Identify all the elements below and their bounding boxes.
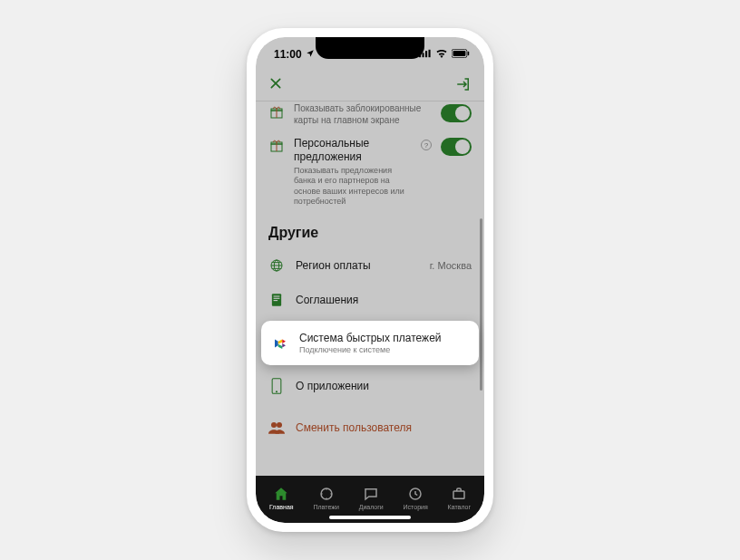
svg-rect-5 [453, 51, 466, 56]
row-switch-user-title: Сменить пользователя [296, 421, 472, 434]
notch [316, 37, 424, 59]
document-icon [268, 292, 285, 308]
phone-mockup: 11:00 [247, 28, 493, 532]
svg-rect-2 [425, 51, 427, 57]
svg-point-18 [276, 391, 278, 392]
svg-point-19 [271, 422, 277, 428]
setting-blocked-cards-title: Показывать заблокированные карты на глав… [294, 103, 432, 126]
row-switch-user[interactable]: Сменить пользователя [256, 410, 484, 445]
home-icon [273, 486, 289, 502]
gift-icon [268, 104, 285, 121]
users-icon [268, 420, 285, 436]
sbp-icon [272, 335, 288, 352]
svg-rect-14 [274, 295, 280, 296]
row-agreements-title: Соглашения [296, 294, 472, 306]
row-about-title: О приложении [296, 380, 472, 392]
svg-rect-16 [274, 300, 278, 301]
tab-catalog[interactable]: Каталог [448, 486, 471, 510]
row-region-value: г. Москва [430, 260, 472, 271]
svg-rect-3 [429, 50, 431, 57]
screen: 11:00 [256, 37, 484, 523]
row-region[interactable]: Регион оплаты г. Москва [256, 248, 484, 283]
settings-content: Показывать заблокированные карты на глав… [256, 101, 484, 476]
status-time: 11:00 [274, 48, 302, 61]
tab-catalog-label: Каталог [448, 504, 471, 510]
row-about[interactable]: О приложении [256, 369, 484, 403]
svg-rect-6 [468, 52, 470, 56]
tab-payments-label: Платежи [313, 504, 338, 510]
setting-offers-sub: Показывать предложения банка и его партн… [294, 166, 412, 207]
payments-icon [318, 486, 335, 502]
clock-icon [407, 486, 424, 502]
location-icon [306, 48, 315, 61]
section-other-header: Другие [256, 212, 484, 248]
svg-point-21 [321, 488, 332, 499]
wifi-icon [435, 48, 448, 61]
row-sbp[interactable]: Система быстрых платежей Подключение к с… [261, 321, 479, 365]
tab-dialogs[interactable]: Диалоги [359, 486, 384, 510]
nav-bar [256, 68, 484, 101]
row-agreements[interactable]: Соглашения [256, 283, 484, 317]
tab-home[interactable]: Главная [269, 486, 294, 510]
exit-icon[interactable] [455, 76, 472, 92]
battery-icon [452, 48, 470, 61]
briefcase-icon [451, 486, 467, 502]
tab-payments[interactable]: Платежи [313, 486, 338, 510]
svg-rect-23 [453, 491, 464, 498]
svg-rect-1 [423, 53, 424, 57]
toggle-blocked-cards[interactable] [441, 104, 472, 122]
chat-icon [363, 486, 379, 502]
setting-offers-title: Персональные предложения [294, 137, 412, 164]
tab-bar: Главная Платежи Диалоги История [256, 476, 484, 523]
help-icon[interactable]: ? [421, 140, 432, 150]
toggle-offers[interactable] [441, 138, 472, 156]
gift-icon [268, 138, 285, 154]
row-sbp-title: Система быстрых платежей [299, 332, 468, 344]
tab-history[interactable]: История [404, 486, 428, 510]
tab-dialogs-label: Диалоги [359, 504, 384, 510]
row-region-title: Регион оплаты [296, 259, 419, 272]
globe-icon [268, 257, 285, 274]
svg-rect-15 [274, 298, 280, 299]
tab-home-label: Главная [269, 504, 294, 510]
phone-icon [268, 378, 285, 394]
close-icon[interactable] [268, 74, 283, 95]
scrollbar-thumb[interactable] [480, 218, 482, 391]
setting-offers: Персональные предложения Показывать пред… [256, 131, 484, 212]
tab-history-label: История [404, 504, 428, 510]
svg-point-20 [277, 422, 282, 428]
row-sbp-sub: Подключение к системе [299, 345, 468, 354]
setting-blocked-cards: Показывать заблокированные карты на глав… [256, 101, 484, 131]
